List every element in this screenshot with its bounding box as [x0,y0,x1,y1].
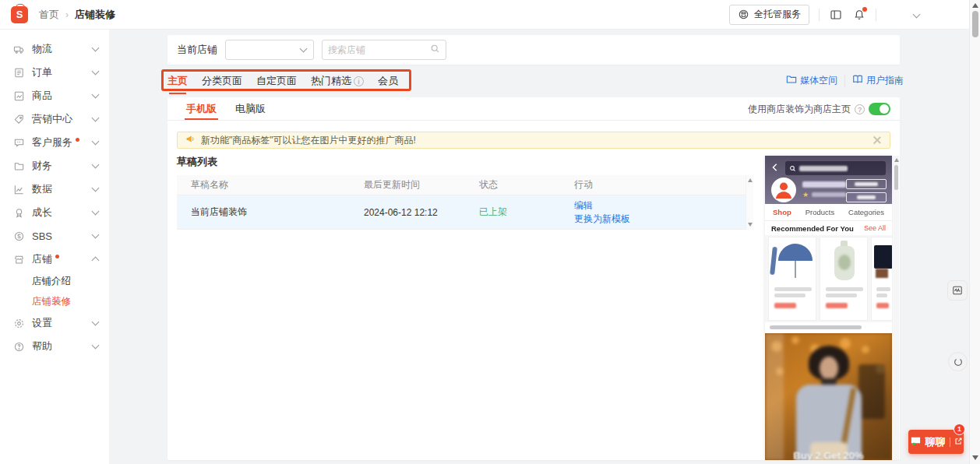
sidebar-item-growth[interactable]: 成长 [0,201,109,224]
finance-folder-icon [13,160,25,172]
banner-artwork [765,333,892,460]
shopee-logo-icon[interactable]: S [11,6,28,23]
scroll-up-arrow-icon[interactable] [748,178,753,182]
current-shop-label: 当前店铺 [177,43,217,57]
notifications-bell-icon[interactable] [852,8,866,22]
table-scrollbar[interactable] [746,175,753,230]
homepage-toggle-switch[interactable] [869,103,890,115]
sidebar-nav: 物流 订单 商品 营销中心 客户服务 财务 [0,30,109,464]
sidebar-item-label: 财务 [32,159,52,173]
sidebar-item-label: 商品 [32,89,52,103]
draft-list-title: 草稿列表 [177,155,217,169]
page-scroll-thumb[interactable] [972,11,978,37]
logistics-truck-icon [13,44,25,55]
page-tabs: 主页 分类页面 自定页面 热门精选 i 会员 [167,72,398,92]
sidebar-item-finance[interactable]: 财务 [0,154,109,178]
chevron-down-icon [300,45,308,53]
sidebar-item-marketing[interactable]: 营销中心 [0,107,109,131]
sidebar-item-products[interactable]: 商品 [0,84,109,107]
action-cell: 编辑 更换为新模板 [574,200,730,225]
sidebar-item-shop[interactable]: 店铺 [0,248,109,271]
umbrella-product-image [769,237,816,283]
tab-desktop-version[interactable]: 电脑版 [235,97,266,120]
see-all-link: See All [864,224,886,232]
scroll-up-arrow-icon[interactable] [972,3,978,8]
sidebar-item-orders[interactable]: 订单 [0,61,109,84]
col-last-updated: 最后更新时间 [364,178,479,192]
marketing-tag-icon [13,114,25,125]
customer-service-chat-icon [13,137,25,149]
preview-tab-shop: Shop [773,208,791,216]
tab-member[interactable]: 会员 [378,74,398,90]
info-icon[interactable]: i [354,76,364,86]
preview-scrollbar[interactable] [894,156,899,460]
sidebar-item-sbs[interactable]: SBS [0,224,109,248]
edit-link[interactable]: 编辑 [574,200,730,212]
table-header-row: 草稿名称 最后更新时间 状态 行动 [177,175,753,195]
tab-home[interactable]: 主页 [167,74,188,90]
replace-template-link[interactable]: 更换为新模板 [574,213,730,225]
bottle-product-image [820,237,867,283]
chat-unread-badge: 1 [954,424,965,435]
sidebar-item-logistics[interactable]: 物流 [0,37,109,61]
managed-service-button[interactable]: 全托管服务 [729,5,809,25]
chevron-down-icon [92,44,100,52]
preview-scroll-thumb[interactable] [894,165,898,190]
media-space-link[interactable]: 媒体空间 [786,74,837,87]
blurred-button-text [855,182,878,186]
red-dot-badge [55,255,59,258]
popout-icon[interactable] [954,436,963,448]
header-actions: 全托管服务 [729,5,969,25]
sidebar-item-label: 物流 [32,42,52,56]
tab-hot-picks[interactable]: 热门精选 i [311,74,364,90]
page-scrollbar[interactable] [969,0,980,464]
shop-decoration-page: S 首页 › 店铺装修 全托管服务 [0,0,980,464]
mobile-shop-preview: ★ Shop Products Categories Recommended F… [765,156,892,460]
account-chevron-down-icon[interactable] [913,11,921,19]
breadcrumb: 首页 › 店铺装修 [39,8,115,22]
media-space-label: 媒体空间 [800,74,837,87]
breadcrumb-home-link[interactable]: 首页 [39,8,59,22]
loading-ring-float-button[interactable] [948,352,968,371]
managed-service-label: 全托管服务 [754,8,801,21]
layout-toggle-icon[interactable] [829,8,843,22]
preview-tabs: Shop Products Categories [765,204,892,221]
blurred-search-text [799,166,848,171]
sidebar-item-help[interactable]: 帮助 [0,335,109,358]
scroll-up-arrow-icon[interactable] [894,158,899,162]
shop-avatar [771,178,796,202]
sidebar-item-data[interactable]: 数据 [0,178,109,201]
user-guide-link[interactable]: 用户指南 [852,74,904,87]
sidebar-item-customer-service[interactable]: 客户服务 [0,131,109,154]
sidebar-item-label: 设置 [32,316,52,330]
follow-button [846,179,887,189]
sidebar-item-label: 客户服务 [32,135,72,149]
sidebar-subitem-shop-decoration[interactable]: 店铺装修 [0,291,109,311]
question-info-icon[interactable]: ? [855,104,865,114]
sidebar-item-label: 订单 [32,65,52,79]
product-card-monitor [871,237,892,321]
close-icon[interactable] [872,135,882,145]
tab-mobile-version[interactable]: 手机版 [186,97,217,120]
homepage-toggle-row: 使用商店装饰为商店主页 ? [748,97,890,121]
scroll-down-arrow-icon[interactable] [972,455,978,460]
toggle-knob [880,104,889,114]
sidebar-item-settings[interactable]: 设置 [0,311,109,335]
growth-medal-icon [13,207,25,219]
scroll-down-arrow-icon[interactable] [748,223,753,227]
tab-category-pages[interactable]: 分类页面 [202,74,242,90]
shop-select-dropdown[interactable] [225,40,314,60]
chevron-down-icon [92,114,100,122]
recommended-title: Recommended For You [771,224,854,233]
sidebar-item-label: 成长 [32,206,52,220]
chevron-down-icon [92,231,100,239]
performance-chart-float-button[interactable] [947,280,968,301]
quick-links: 媒体空间 用户指南 [786,74,904,87]
shop-search-input[interactable] [328,44,430,55]
promo-banner-image: Buy 2 Get 20% [765,333,892,460]
sidebar-item-label: 店铺 [32,252,52,266]
sidebar-subitem-shop-profile[interactable]: 店铺介绍 [0,271,109,291]
folder-icon [786,74,797,87]
tab-custom-pages[interactable]: 自定页面 [256,74,297,90]
header-divider [819,9,820,21]
